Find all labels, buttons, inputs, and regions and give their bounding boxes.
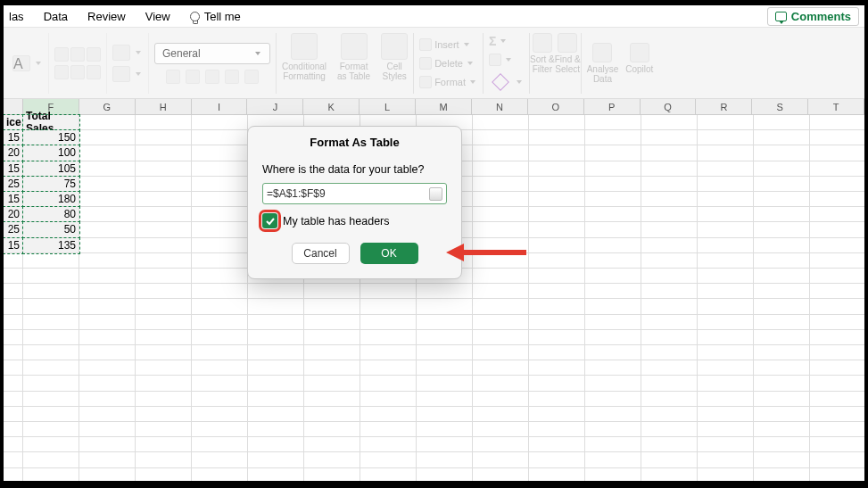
cell[interactable]	[192, 437, 248, 452]
cell[interactable]	[248, 468, 304, 481]
cell[interactable]	[192, 177, 248, 192]
cell[interactable]	[698, 269, 754, 284]
cell[interactable]	[585, 207, 641, 222]
cell[interactable]	[473, 269, 529, 284]
cell[interactable]	[248, 284, 304, 299]
cell[interactable]	[473, 437, 529, 452]
headers-checkbox-row[interactable]: My table has headers	[262, 213, 447, 228]
cell[interactable]	[473, 222, 529, 237]
cell[interactable]	[79, 315, 136, 330]
cell[interactable]	[754, 192, 810, 207]
tell-me[interactable]: Tell me	[190, 10, 241, 23]
cell[interactable]	[79, 407, 136, 422]
cell[interactable]	[641, 407, 698, 422]
cell[interactable]	[79, 130, 136, 145]
cell[interactable]	[4, 407, 23, 422]
cell[interactable]	[529, 392, 585, 407]
cell[interactable]	[473, 407, 529, 422]
cell[interactable]	[585, 253, 641, 269]
cell[interactable]	[23, 392, 79, 407]
cell-e-7[interactable]: 20	[4, 207, 23, 222]
cell[interactable]	[79, 177, 136, 192]
cell[interactable]	[529, 452, 585, 467]
cell[interactable]	[23, 330, 79, 345]
cell[interactable]	[641, 207, 698, 222]
cell[interactable]	[360, 437, 417, 452]
cell[interactable]	[4, 360, 23, 376]
cell[interactable]	[754, 315, 810, 330]
cell[interactable]	[304, 392, 360, 407]
cell[interactable]	[360, 360, 417, 376]
cell[interactable]	[23, 376, 79, 391]
cell[interactable]	[360, 299, 417, 314]
cell[interactable]	[4, 392, 23, 407]
cell[interactable]	[79, 360, 136, 376]
cell[interactable]	[360, 422, 417, 437]
comments-button[interactable]: Comments	[767, 7, 859, 26]
cell[interactable]	[4, 437, 23, 452]
cell[interactable]	[810, 192, 864, 207]
menu-view[interactable]: View	[145, 10, 170, 23]
cell[interactable]	[79, 115, 136, 130]
cell[interactable]	[360, 392, 417, 407]
cell[interactable]	[304, 360, 360, 376]
cell[interactable]	[641, 238, 698, 253]
cell[interactable]	[304, 299, 360, 314]
cell[interactable]	[810, 452, 864, 467]
cell[interactable]	[529, 437, 585, 452]
cell[interactable]	[360, 345, 417, 360]
cell[interactable]	[754, 330, 810, 345]
cell[interactable]	[754, 177, 810, 192]
cell-e-3[interactable]: 20	[4, 145, 23, 161]
cell[interactable]	[23, 452, 79, 467]
cell[interactable]	[754, 392, 810, 407]
cell[interactable]	[473, 452, 529, 467]
cell[interactable]	[529, 222, 585, 237]
cell[interactable]	[23, 315, 79, 330]
cell-f-9[interactable]: 135	[23, 238, 79, 253]
cell[interactable]	[585, 315, 641, 330]
col-header-K[interactable]: K	[303, 99, 360, 115]
menu-review[interactable]: Review	[87, 10, 126, 23]
cell[interactable]	[4, 284, 23, 299]
cell[interactable]	[698, 392, 754, 407]
cell[interactable]	[192, 238, 248, 253]
cell[interactable]	[641, 145, 698, 161]
cell[interactable]	[810, 130, 864, 145]
menu-data[interactable]: Data	[44, 10, 68, 23]
cell[interactable]	[754, 161, 810, 177]
cell[interactable]	[417, 284, 473, 299]
cell[interactable]	[136, 422, 192, 437]
cell[interactable]	[248, 392, 304, 407]
cell-e-6[interactable]: 15	[4, 192, 23, 207]
cell[interactable]	[810, 238, 864, 253]
cell[interactable]	[79, 161, 136, 177]
cell[interactable]	[585, 222, 641, 237]
cell[interactable]	[698, 330, 754, 345]
cell[interactable]	[698, 115, 754, 130]
col-header-G[interactable]: G	[79, 99, 136, 115]
cell[interactable]	[473, 161, 529, 177]
cell[interactable]	[79, 392, 136, 407]
cell[interactable]	[754, 376, 810, 391]
comma-icon[interactable]	[205, 70, 219, 84]
cell[interactable]	[79, 238, 136, 253]
cell[interactable]	[192, 253, 248, 269]
cell[interactable]	[192, 376, 248, 391]
cell[interactable]	[585, 115, 641, 130]
cell[interactable]	[417, 360, 473, 376]
cell[interactable]	[417, 407, 473, 422]
cell[interactable]	[304, 468, 360, 481]
cell[interactable]	[810, 284, 864, 299]
cell[interactable]	[473, 330, 529, 345]
cell[interactable]	[79, 468, 136, 481]
autosum-button[interactable]: Σ	[489, 33, 524, 49]
cell[interactable]	[585, 284, 641, 299]
cell[interactable]	[192, 360, 248, 376]
cell[interactable]	[360, 376, 417, 391]
cancel-button[interactable]: Cancel	[292, 243, 350, 264]
cell[interactable]	[810, 360, 864, 376]
ok-button[interactable]: OK	[360, 243, 418, 264]
cell[interactable]	[810, 407, 864, 422]
cell[interactable]	[641, 222, 698, 237]
